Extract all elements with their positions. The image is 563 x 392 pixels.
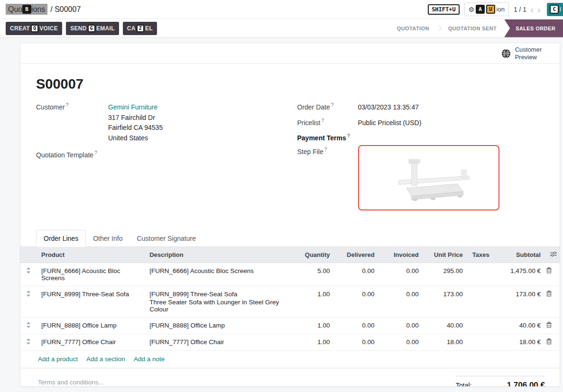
tab-other-info[interactable]: Other Info	[86, 230, 129, 246]
breadcrumb-quotations[interactable]: QuoBions	[6, 4, 47, 15]
action-label-rest: ion	[497, 6, 505, 13]
stage-quotation[interactable]: QUOTATION	[389, 26, 437, 31]
cell-unit-price[interactable]: 295.00	[424, 263, 468, 286]
cell-product[interactable]: [FURN_8888] Office Lamp	[37, 318, 145, 334]
cell-delivered[interactable]: 0.00	[335, 263, 379, 286]
terms-and-conditions-field[interactable]: Terms and conditions...	[38, 376, 104, 386]
delete-row-icon[interactable]	[546, 291, 552, 297]
pricelist-value[interactable]: Public Pricelist (USD)	[358, 118, 545, 128]
cancel-label-pre: CA	[127, 25, 136, 32]
help-icon: ?	[94, 150, 97, 155]
drag-handle-icon[interactable]	[26, 322, 31, 328]
furniture-3d-render	[381, 153, 476, 202]
payment-terms-label: Payment Terms?	[297, 133, 358, 142]
cell-taxes[interactable]	[468, 263, 491, 286]
cell-quantity[interactable]: 1.00	[292, 318, 334, 334]
form-sheet: Customer Preview S00007 Customer? Gemini…	[20, 43, 560, 387]
send-email-button[interactable]: SENDGEMAIL	[66, 22, 119, 35]
cell-description[interactable]: [FURN_7777] Office Chair	[145, 334, 292, 351]
kbd-hint-c: C	[550, 5, 559, 14]
cell-description[interactable]: [FURN_8888] Office Lamp	[145, 318, 292, 334]
breadcrumb-current: / S00007	[50, 5, 81, 14]
kbd-hint-u: U	[486, 5, 495, 14]
delete-row-icon[interactable]	[546, 338, 552, 345]
cell-product[interactable]: [FURN_6666] Acoustic Bloc Screens	[37, 263, 145, 286]
drag-handle-icon[interactable]	[26, 291, 31, 297]
cell-product[interactable]: [FURN_7777] Office Chair	[37, 334, 145, 351]
add-note-link[interactable]: Add a note	[134, 356, 165, 363]
breadcrumb-parent-pre: Quo	[8, 5, 22, 14]
help-icon: ?	[347, 133, 350, 138]
customer-link[interactable]: Gemini Furniture	[108, 103, 157, 111]
table-row[interactable]: [FURN_8888] Office Lamp [FURN_8888] Offi…	[20, 318, 560, 334]
cell-unit-price[interactable]: 40.00	[424, 318, 468, 334]
cell-quantity[interactable]: 1.00	[292, 334, 334, 351]
add-product-link[interactable]: Add a product	[38, 356, 78, 363]
help-icon: ?	[331, 102, 334, 108]
table-row[interactable]: [FURN_8999] Three-Seat Sofa [FURN_8999] …	[20, 286, 560, 318]
customer-value: Gemini Furniture 317 Fairchild Dr Fairfi…	[108, 102, 283, 144]
tab-order-lines[interactable]: Order Lines	[36, 230, 86, 247]
customer-field-row: Customer? Gemini Furniture 317 Fairchild…	[36, 102, 283, 144]
customer-label: Customer?	[36, 102, 108, 111]
drag-handle-icon[interactable]	[26, 267, 31, 273]
table-row[interactable]: [FURN_7777] Office Chair [FURN_7777] Off…	[20, 334, 560, 351]
header-unit-price: Unit Price	[424, 247, 468, 263]
delete-row-icon[interactable]	[546, 267, 552, 273]
optional-columns-icon[interactable]	[550, 251, 557, 257]
pager: 1 / 1 ‹ ›	[514, 5, 541, 14]
customer-preview-label: Customer Preview	[515, 46, 542, 61]
drag-handle-icon[interactable]	[26, 338, 31, 345]
table-header-row: Product Description Quantity Delivered I…	[20, 247, 560, 263]
cell-taxes[interactable]	[468, 334, 491, 351]
cell-delivered[interactable]: 0.00	[335, 286, 379, 318]
pricelist-field-row: Pricelist? Public Pricelist (USD)	[297, 118, 545, 128]
step-file-label: Step File?	[297, 147, 358, 155]
order-date-value[interactable]: 03/03/2023 13:35:47	[358, 102, 545, 113]
cell-invoiced[interactable]: 0.00	[379, 286, 424, 318]
customer-address-line: Fairfield CA 94535	[108, 123, 283, 133]
cell-invoiced[interactable]: 0.00	[379, 263, 424, 286]
customer-preview-button[interactable]: Customer Preview	[501, 46, 542, 61]
stage-sales-order[interactable]: SALES ORDER	[504, 19, 563, 37]
step-file-image[interactable]	[358, 145, 499, 210]
cell-delivered[interactable]: 0.00	[335, 334, 379, 351]
pager-next-icon[interactable]: ›	[537, 5, 541, 14]
cell-quantity[interactable]: 5.00	[292, 263, 334, 286]
header-action-buttons: CREATQVOICE SENDGEMAIL CAZEL	[6, 22, 157, 35]
add-section-link[interactable]: Add a section	[86, 356, 125, 363]
cell-description[interactable]: [FURN_8999] Three-Seat SofaThree Seater …	[145, 286, 292, 318]
gear-icon: ⚙	[469, 6, 475, 13]
cell-quantity[interactable]: 1.00	[292, 286, 334, 318]
description-line: Three Seater Sofa with Lounger in Steel …	[149, 299, 287, 313]
create-invoice-button[interactable]: CREATQVOICE	[6, 22, 62, 35]
cell-delivered[interactable]: 0.00	[335, 318, 379, 334]
delete-row-icon[interactable]	[546, 322, 552, 328]
cell-subtotal: 1,475.00 €	[491, 263, 545, 286]
action-menu-button[interactable]: ⚙ A U ion	[464, 2, 509, 16]
status-pipeline: QUOTATION QUOTATION SENT SALES ORDER	[389, 19, 563, 37]
stage-quotation-sent[interactable]: QUOTATION SENT	[441, 26, 504, 31]
table-footer-links: Add a product Add a section Add a note	[20, 351, 560, 368]
cell-invoiced[interactable]: 0.00	[379, 318, 424, 334]
cell-description[interactable]: [FURN_6666] Acoustic Bloc Screens	[145, 263, 292, 286]
cell-invoiced[interactable]: 0.00	[379, 334, 424, 351]
quotation-template-field-row: Quotation Template?	[36, 150, 283, 159]
description-line: [FURN_8999] Three-Seat Sofa	[149, 291, 287, 298]
new-button[interactable]: Cl	[547, 3, 563, 16]
cell-unit-price[interactable]: 18.00	[424, 334, 468, 351]
tab-customer-signature[interactable]: Customer Signature	[129, 230, 203, 246]
table-row[interactable]: [FURN_6666] Acoustic Bloc Screens [FURN_…	[20, 263, 560, 286]
cell-taxes[interactable]	[468, 286, 491, 318]
cell-unit-price[interactable]: 173.00	[424, 286, 468, 318]
cancel-button[interactable]: CAZEL	[123, 22, 157, 35]
header-invoiced: Invoiced	[379, 247, 424, 263]
help-icon: ?	[66, 102, 69, 108]
description-line: [FURN_7777] Office Chair	[149, 338, 287, 346]
sheet-footer: Terms and conditions... Total: 1,706.00 …	[20, 368, 560, 387]
header-product: Product	[37, 247, 145, 263]
header-handle	[20, 247, 37, 263]
cell-taxes[interactable]	[468, 318, 491, 334]
cell-product[interactable]: [FURN_8999] Three-Seat Sofa	[37, 286, 145, 318]
pager-previous-icon[interactable]: ‹	[530, 5, 534, 14]
